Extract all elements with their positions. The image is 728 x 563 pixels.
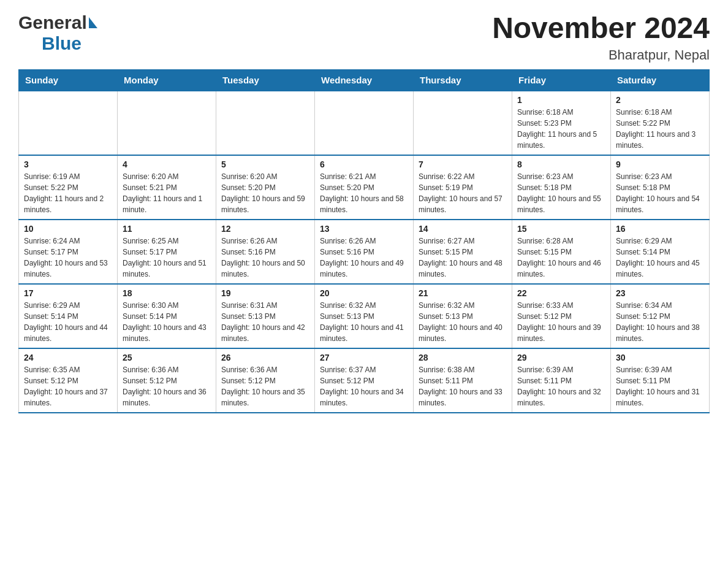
day-number: 22 bbox=[517, 288, 605, 298]
calendar-cell: 10Sunrise: 6:24 AMSunset: 5:17 PMDayligh… bbox=[19, 220, 118, 284]
day-number: 26 bbox=[221, 353, 309, 362]
calendar-cell bbox=[414, 91, 512, 155]
day-number: 11 bbox=[123, 224, 211, 234]
calendar-cell: 22Sunrise: 6:33 AMSunset: 5:12 PMDayligh… bbox=[512, 284, 611, 348]
day-number: 10 bbox=[24, 224, 112, 234]
day-number: 9 bbox=[616, 159, 704, 169]
day-info: Sunrise: 6:29 AMSunset: 5:14 PMDaylight:… bbox=[616, 236, 704, 280]
calendar-cell: 28Sunrise: 6:38 AMSunset: 5:11 PMDayligh… bbox=[414, 348, 512, 413]
calendar-cell: 19Sunrise: 6:31 AMSunset: 5:13 PMDayligh… bbox=[216, 284, 315, 348]
day-info: Sunrise: 6:34 AMSunset: 5:12 PMDaylight:… bbox=[616, 300, 704, 344]
calendar-cell: 3Sunrise: 6:19 AMSunset: 5:22 PMDaylight… bbox=[19, 155, 118, 220]
calendar-cell bbox=[216, 91, 315, 155]
calendar-week-row: 3Sunrise: 6:19 AMSunset: 5:22 PMDaylight… bbox=[19, 155, 710, 220]
calendar-cell: 6Sunrise: 6:21 AMSunset: 5:20 PMDaylight… bbox=[315, 155, 414, 220]
page-header: General Blue November 2024 Bharatpur, Ne… bbox=[18, 12, 710, 63]
calendar-cell: 5Sunrise: 6:20 AMSunset: 5:20 PMDaylight… bbox=[216, 155, 315, 220]
calendar-week-row: 1Sunrise: 6:18 AMSunset: 5:23 PMDaylight… bbox=[19, 91, 710, 155]
day-info: Sunrise: 6:29 AMSunset: 5:14 PMDaylight:… bbox=[24, 300, 112, 344]
day-number: 14 bbox=[419, 224, 507, 234]
day-number: 28 bbox=[419, 353, 507, 362]
day-number: 5 bbox=[221, 159, 309, 169]
day-number: 30 bbox=[616, 353, 704, 362]
day-info: Sunrise: 6:27 AMSunset: 5:15 PMDaylight:… bbox=[419, 236, 507, 280]
day-info: Sunrise: 6:36 AMSunset: 5:12 PMDaylight:… bbox=[123, 364, 211, 408]
day-info: Sunrise: 6:33 AMSunset: 5:12 PMDaylight:… bbox=[517, 300, 605, 344]
weekday-header-wednesday: Wednesday bbox=[315, 69, 414, 91]
calendar-cell: 12Sunrise: 6:26 AMSunset: 5:16 PMDayligh… bbox=[216, 220, 315, 284]
day-number: 8 bbox=[517, 159, 605, 169]
day-number: 23 bbox=[616, 288, 704, 298]
day-info: Sunrise: 6:19 AMSunset: 5:22 PMDaylight:… bbox=[24, 171, 112, 215]
day-number: 24 bbox=[24, 353, 112, 362]
weekday-header-monday: Monday bbox=[118, 69, 216, 91]
calendar-cell: 21Sunrise: 6:32 AMSunset: 5:13 PMDayligh… bbox=[414, 284, 512, 348]
day-info: Sunrise: 6:39 AMSunset: 5:11 PMDaylight:… bbox=[517, 364, 605, 408]
day-number: 27 bbox=[320, 353, 408, 362]
weekday-header-sunday: Sunday bbox=[19, 69, 118, 91]
calendar-cell: 23Sunrise: 6:34 AMSunset: 5:12 PMDayligh… bbox=[611, 284, 710, 348]
title-area: November 2024 Bharatpur, Nepal bbox=[492, 12, 710, 63]
calendar-cell: 9Sunrise: 6:23 AMSunset: 5:18 PMDaylight… bbox=[611, 155, 710, 220]
day-info: Sunrise: 6:28 AMSunset: 5:15 PMDaylight:… bbox=[517, 236, 605, 280]
calendar-cell: 17Sunrise: 6:29 AMSunset: 5:14 PMDayligh… bbox=[19, 284, 118, 348]
day-info: Sunrise: 6:20 AMSunset: 5:21 PMDaylight:… bbox=[123, 171, 211, 215]
day-info: Sunrise: 6:35 AMSunset: 5:12 PMDaylight:… bbox=[24, 364, 112, 408]
calendar-cell: 29Sunrise: 6:39 AMSunset: 5:11 PMDayligh… bbox=[512, 348, 611, 413]
day-number: 29 bbox=[517, 353, 605, 362]
calendar-cell bbox=[315, 91, 414, 155]
day-number: 2 bbox=[616, 95, 704, 105]
weekday-header-row: SundayMondayTuesdayWednesdayThursdayFrid… bbox=[19, 69, 710, 91]
day-number: 4 bbox=[123, 159, 211, 169]
day-info: Sunrise: 6:18 AMSunset: 5:22 PMDaylight:… bbox=[616, 107, 704, 151]
day-info: Sunrise: 6:32 AMSunset: 5:13 PMDaylight:… bbox=[419, 300, 507, 344]
calendar-week-row: 24Sunrise: 6:35 AMSunset: 5:12 PMDayligh… bbox=[19, 348, 710, 413]
calendar-cell: 14Sunrise: 6:27 AMSunset: 5:15 PMDayligh… bbox=[414, 220, 512, 284]
weekday-header-saturday: Saturday bbox=[611, 69, 710, 91]
day-number: 18 bbox=[123, 288, 211, 298]
day-number: 12 bbox=[221, 224, 309, 234]
day-number: 6 bbox=[320, 159, 408, 169]
location-text: Bharatpur, Nepal bbox=[492, 47, 710, 63]
day-number: 7 bbox=[419, 159, 507, 169]
weekday-header-thursday: Thursday bbox=[414, 69, 512, 91]
calendar-cell: 26Sunrise: 6:36 AMSunset: 5:12 PMDayligh… bbox=[216, 348, 315, 413]
day-info: Sunrise: 6:36 AMSunset: 5:12 PMDaylight:… bbox=[221, 364, 309, 408]
calendar-cell bbox=[118, 91, 216, 155]
calendar-cell: 30Sunrise: 6:39 AMSunset: 5:11 PMDayligh… bbox=[611, 348, 710, 413]
day-info: Sunrise: 6:31 AMSunset: 5:13 PMDaylight:… bbox=[221, 300, 309, 344]
day-info: Sunrise: 6:23 AMSunset: 5:18 PMDaylight:… bbox=[616, 171, 704, 215]
weekday-header-friday: Friday bbox=[512, 69, 611, 91]
calendar-cell: 11Sunrise: 6:25 AMSunset: 5:17 PMDayligh… bbox=[118, 220, 216, 284]
weekday-header-tuesday: Tuesday bbox=[216, 69, 315, 91]
day-number: 20 bbox=[320, 288, 408, 298]
calendar-cell: 7Sunrise: 6:22 AMSunset: 5:19 PMDaylight… bbox=[414, 155, 512, 220]
logo-general-text: General bbox=[18, 12, 87, 33]
day-info: Sunrise: 6:38 AMSunset: 5:11 PMDaylight:… bbox=[419, 364, 507, 408]
calendar-cell: 4Sunrise: 6:20 AMSunset: 5:21 PMDaylight… bbox=[118, 155, 216, 220]
calendar-week-row: 10Sunrise: 6:24 AMSunset: 5:17 PMDayligh… bbox=[19, 220, 710, 284]
day-number: 3 bbox=[24, 159, 112, 169]
day-info: Sunrise: 6:18 AMSunset: 5:23 PMDaylight:… bbox=[517, 107, 605, 151]
logo: General Blue bbox=[18, 12, 97, 54]
day-number: 25 bbox=[123, 353, 211, 362]
calendar-cell bbox=[19, 91, 118, 155]
calendar-cell: 20Sunrise: 6:32 AMSunset: 5:13 PMDayligh… bbox=[315, 284, 414, 348]
calendar-cell: 15Sunrise: 6:28 AMSunset: 5:15 PMDayligh… bbox=[512, 220, 611, 284]
calendar-cell: 16Sunrise: 6:29 AMSunset: 5:14 PMDayligh… bbox=[611, 220, 710, 284]
calendar-cell: 2Sunrise: 6:18 AMSunset: 5:22 PMDaylight… bbox=[611, 91, 710, 155]
month-title: November 2024 bbox=[492, 12, 710, 45]
calendar-cell: 25Sunrise: 6:36 AMSunset: 5:12 PMDayligh… bbox=[118, 348, 216, 413]
calendar-week-row: 17Sunrise: 6:29 AMSunset: 5:14 PMDayligh… bbox=[19, 284, 710, 348]
day-info: Sunrise: 6:23 AMSunset: 5:18 PMDaylight:… bbox=[517, 171, 605, 215]
calendar-cell: 8Sunrise: 6:23 AMSunset: 5:18 PMDaylight… bbox=[512, 155, 611, 220]
day-info: Sunrise: 6:20 AMSunset: 5:20 PMDaylight:… bbox=[221, 171, 309, 215]
day-number: 16 bbox=[616, 224, 704, 234]
day-number: 1 bbox=[517, 95, 605, 105]
day-info: Sunrise: 6:22 AMSunset: 5:19 PMDaylight:… bbox=[419, 171, 507, 215]
day-number: 17 bbox=[24, 288, 112, 298]
day-info: Sunrise: 6:25 AMSunset: 5:17 PMDaylight:… bbox=[123, 236, 211, 280]
calendar-cell: 1Sunrise: 6:18 AMSunset: 5:23 PMDaylight… bbox=[512, 91, 611, 155]
calendar-cell: 24Sunrise: 6:35 AMSunset: 5:12 PMDayligh… bbox=[19, 348, 118, 413]
logo-arrow-icon bbox=[89, 17, 97, 28]
